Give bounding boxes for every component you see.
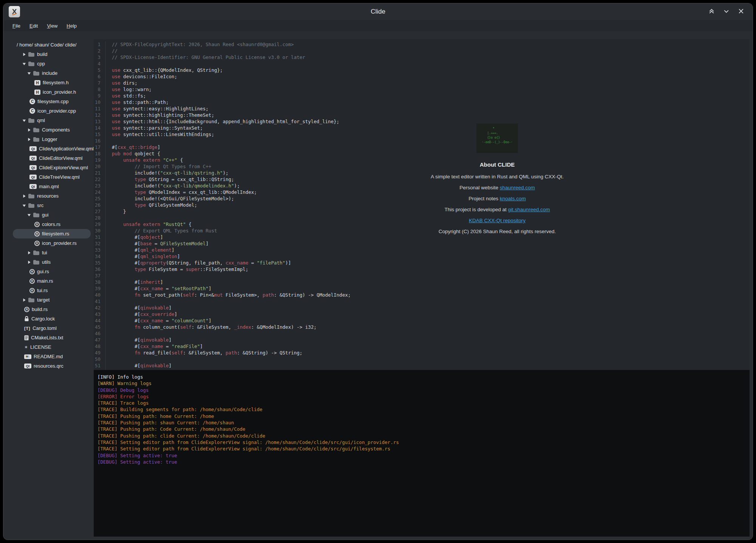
link-git-shaunreed-com[interactable]: git.shaunreed.com — [508, 207, 550, 212]
tree-item-src[interactable]: src — [13, 201, 91, 210]
qt-file-icon: Qt — [29, 146, 37, 151]
tree-item-build[interactable]: build — [13, 50, 91, 59]
tree-item-label: colors.rs — [42, 221, 60, 227]
tree-item-clideapplicationview-qml[interactable]: QtClideApplicationView.qml — [13, 144, 91, 153]
line-number: 8 — [94, 86, 100, 93]
folder-icon — [33, 250, 40, 255]
code-line: 38 #[inherit] — [94, 279, 750, 285]
menu-view[interactable]: View — [43, 22, 61, 30]
tree-item-qml[interactable]: qml — [13, 116, 91, 125]
tree-item-license[interactable]: ✶LICENSE — [13, 342, 91, 352]
menu-bar: FileEditViewHelp — [3, 20, 753, 31]
chevron-right-icon[interactable] — [27, 260, 31, 264]
link-shaunreed-com[interactable]: shaunreed.com — [500, 185, 535, 190]
tree-item-cpp[interactable]: cpp — [13, 59, 91, 68]
chevron-right-icon[interactable] — [27, 128, 31, 132]
toml-file-icon: [T] — [24, 326, 30, 331]
chevron-down-icon[interactable] — [22, 204, 26, 207]
log-line-debug: [DEBUG] Setting active: true — [97, 459, 750, 465]
chevron-right-icon[interactable] — [27, 138, 31, 141]
shade-icon[interactable] — [708, 8, 715, 14]
tree-item-icon-provider-cpp[interactable]: Cicon_provider.cpp — [13, 106, 91, 116]
tree-item-label: include — [42, 70, 57, 76]
markdown-file-icon: M↓ — [24, 354, 31, 359]
tree-item-cmakelists-txt[interactable]: CMakeLists.txt — [13, 333, 91, 342]
code-line: 10use std::path::Path; — [94, 99, 750, 105]
line-number: 31 — [94, 234, 100, 240]
line-number: 1 — [94, 41, 100, 48]
title-bar[interactable]: X Clide — [3, 3, 753, 20]
tree-item-clideexplorerview-qml[interactable]: QtClideExplorerView.qml — [13, 163, 91, 172]
code-line-text: #[qml_element] — [105, 247, 750, 253]
tree-item-components[interactable]: Components — [13, 125, 91, 135]
menu-file[interactable]: File — [9, 22, 24, 30]
log-panel[interactable]: [INFO] Info logs[WARN] Warning logs[DEBU… — [94, 370, 750, 537]
sidebar: / home/ shaun/ Code/ clide/ buildcppincl… — [3, 31, 94, 540]
tree-item-label: src — [37, 203, 43, 208]
link-knoats-com[interactable]: knoats.com — [500, 196, 526, 201]
tree-item-build-rs[interactable]: Rbuild.rs — [13, 305, 91, 314]
tree-item-logger[interactable]: Logger — [13, 135, 91, 144]
line-number: 13 — [94, 118, 100, 125]
tree-item-icon-provider-h[interactable]: Hicon_provider.h — [13, 87, 91, 97]
chevron-down-icon[interactable] — [27, 71, 31, 75]
tree-item-filesystem-cpp[interactable]: Cfilesystem.cpp — [13, 97, 91, 106]
code-line-text: #[cxx_name = "readFile"] — [105, 343, 750, 350]
tree-item-gui-rs[interactable]: Rgui.rs — [13, 267, 91, 276]
menu-help[interactable]: Help — [63, 22, 80, 30]
minimize-icon[interactable] — [723, 8, 730, 14]
menu-edit[interactable]: Edit — [26, 22, 42, 30]
code-line: 37 — [94, 272, 750, 279]
chevron-right-icon[interactable] — [22, 298, 26, 302]
chevron-right-icon[interactable] — [22, 194, 26, 198]
tree-item-filesystem-rs[interactable]: Rfilesystem.rs — [13, 229, 91, 238]
tree-item-filesystem-h[interactable]: Hfilesystem.h — [13, 78, 91, 87]
tree-item-main-rs[interactable]: Rmain.rs — [13, 276, 91, 286]
chevron-right-icon[interactable] — [27, 251, 31, 255]
tree-item-resources-qrc[interactable]: Qtresources.qrc — [13, 361, 91, 371]
tree-item-resources[interactable]: resources — [13, 191, 91, 201]
line-number: 19 — [94, 157, 100, 163]
rust-file-icon: R — [29, 288, 35, 293]
code-line-text: #[base = QFileSystemModel] — [105, 240, 750, 247]
code-line-text: #[qproperty(QString, file_path, cxx_name… — [105, 260, 750, 266]
tree-item-tui[interactable]: tui — [13, 248, 91, 257]
tree-item-icon-provider-rs[interactable]: Ricon_provider.rs — [13, 238, 91, 248]
close-icon[interactable] — [738, 8, 744, 14]
tree-item-label: ClideApplicationView.qml — [39, 146, 94, 152]
tree-item-target[interactable]: target — [13, 295, 91, 305]
chevron-down-icon[interactable] — [27, 213, 31, 217]
about-links: Personal website shaunreed.comProject no… — [384, 185, 611, 224]
tree-item-colors-rs[interactable]: Rcolors.rs — [13, 220, 91, 229]
code-line: 45 fn column_count(self: &FileSystem, _i… — [94, 324, 750, 330]
code-line: 40 fn set_root_path(self: Pin<&mut FileS… — [94, 292, 750, 298]
tree-item-tui-rs[interactable]: Rtui.rs — [13, 286, 91, 295]
line-number: 2 — [94, 48, 100, 54]
code-line: 50 — [94, 356, 750, 362]
chevron-right-icon[interactable] — [22, 53, 26, 56]
tree-item-include[interactable]: include — [13, 68, 91, 78]
chevron-down-icon[interactable] — [22, 62, 26, 66]
line-number: 26 — [94, 202, 100, 208]
code-line: 49 fn read_file(self: &FileSystem, path:… — [94, 350, 750, 356]
root-path: / home/ shaun/ Code/ clide/ — [13, 40, 91, 50]
chevron-down-icon[interactable] — [22, 119, 26, 122]
tree-item-label: cpp — [37, 61, 45, 67]
tree-item-label: ClideTreeView.qml — [39, 174, 80, 180]
tree-item-clidetreeview-qml[interactable]: QtClideTreeView.qml — [13, 172, 91, 182]
tree-item-label: build — [37, 51, 47, 57]
folder-icon — [33, 127, 40, 133]
link-kdab-cxx-qt-repository[interactable]: KDAB CXX-Qt repository — [469, 218, 526, 223]
folder-icon — [28, 118, 35, 123]
tree-item-main-qml[interactable]: Qtmain.qml — [13, 182, 91, 191]
tree-item-gui[interactable]: gui — [13, 210, 91, 220]
code-line: 9use std::fs; — [94, 93, 750, 99]
tree-item-cargo-lock[interactable]: Cargo.lock — [13, 314, 91, 323]
tree-item-utils[interactable]: utils — [13, 257, 91, 267]
tree-item-clideeditorview-qml[interactable]: QtClideEditorView.qml — [13, 153, 91, 163]
tree-item-label: main.qml — [39, 184, 59, 189]
tree-item-readme-md[interactable]: M↓README.md — [13, 352, 91, 361]
tree-item-cargo-toml[interactable]: [T]Cargo.toml — [13, 323, 91, 333]
code-line-text: #[qinvokable] — [105, 305, 750, 311]
log-line-trace: [TRACE] Setting editor path from ClideEx… — [97, 439, 750, 446]
